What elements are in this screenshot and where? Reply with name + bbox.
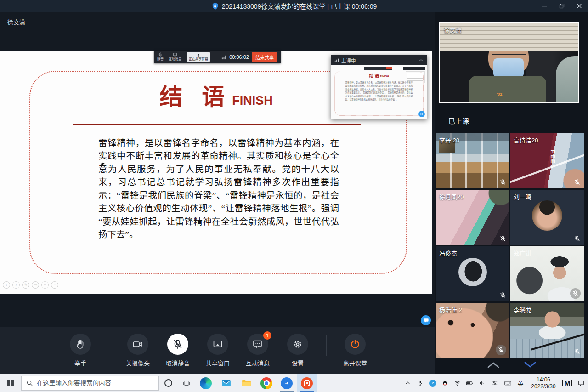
tray-mic-icon[interactable]	[414, 374, 426, 392]
presentation-stage: 徐文潇 结 语FINISH 雷锋精神，是以雷锋名字命名，以雷锋精神为基本内涵，在…	[0, 12, 435, 374]
tray-volume-muted-icon[interactable]	[476, 374, 488, 392]
participant-tile[interactable]: 冯俊杰	[436, 246, 509, 301]
participant-tile[interactable]: 郑广讲	[510, 246, 584, 301]
mic-muted-icon	[499, 292, 506, 299]
share-window-button[interactable]: 共享窗口	[203, 334, 233, 367]
toolbar-separator	[109, 335, 109, 356]
preview-status-label: 上课中	[341, 57, 356, 64]
camera-icon	[132, 339, 143, 350]
tray-blue-app-icon[interactable]	[426, 374, 439, 392]
class-status-label: 已上课	[448, 116, 469, 125]
taskbar-app-classroom[interactable]	[297, 374, 317, 392]
tray-qq-icon[interactable]	[439, 374, 451, 392]
raise-hand-button[interactable]: 举手	[65, 334, 96, 367]
zoom-out-button[interactable]: −	[51, 281, 58, 289]
tray-expand-chevron[interactable]	[401, 374, 414, 392]
tray-keyboard-icon[interactable]	[501, 374, 514, 392]
clock-time: 14:06	[526, 376, 560, 383]
messages-button[interactable]: 1 互动消息	[243, 334, 273, 367]
share-timer: 00:06:02	[229, 54, 249, 60]
slide-body-text: 雷锋精神，是以雷锋名字命名，以雷锋精神为基本内涵，在实践中不断丰富和发展的革命精…	[98, 137, 339, 242]
participants-pager	[435, 357, 588, 373]
share-screen-icon	[212, 339, 223, 350]
start-button[interactable]	[0, 374, 21, 392]
app-window: 20214133009徐文潇发起的在线课堂 | 已上课 00:06:09 徐文潇…	[0, 0, 588, 392]
leave-class-button[interactable]: 离开课堂	[340, 334, 370, 367]
taskbar-clock[interactable]: 14:06 2022/3/30	[526, 376, 560, 390]
tray-m-app-icon[interactable]: M	[560, 379, 574, 387]
mic-muted-icon	[574, 348, 581, 355]
mic-muted-icon	[496, 345, 506, 355]
taskbar-app-messenger[interactable]	[277, 374, 297, 392]
next-slide-button[interactable]: ›	[12, 281, 20, 289]
scroll-up-chevron[interactable]	[486, 361, 500, 369]
taskbar-app-edge[interactable]	[196, 374, 216, 392]
zoom-in-button[interactable]: +	[41, 281, 49, 289]
taskbar-search-box	[21, 376, 159, 391]
screen-share-toolbar: 静音 互动消息 正在共享屏幕 00:06:02 结束共享	[154, 51, 281, 63]
chat-icon	[252, 339, 263, 350]
annotate-pen-button[interactable]: ✎	[22, 281, 29, 289]
window-title: 20214133009徐文潇发起的在线课堂 | 已上课 00:06:09	[222, 1, 377, 11]
prev-slide-button[interactable]: ‹	[3, 281, 10, 289]
slide-title-en: FINISH	[232, 94, 273, 108]
close-button[interactable]	[576, 3, 582, 9]
chat-bubble-fab[interactable]	[421, 315, 431, 325]
share-mute-button[interactable]: 静音	[157, 52, 164, 61]
tray-settings-sliders-icon[interactable]	[488, 374, 501, 392]
participant-tile[interactable]: 李丹 20	[436, 133, 509, 188]
mic-muted-icon	[574, 179, 581, 186]
participants-sidebar: 徐文潇 '01' 已上课 李丹 20 高诗洁20 FEEL 徐月凤20 刘一鸣	[435, 12, 588, 374]
power-icon	[350, 339, 361, 350]
unmute-button[interactable]: 取消静音	[163, 334, 193, 367]
slide-nav-controls: ‹ › ✎ ▭ + −	[3, 281, 58, 289]
slide-title-cn: 结 语	[159, 84, 231, 110]
teacher-video-tile[interactable]: 徐文潇 '01'	[439, 22, 579, 103]
mic-muted-icon	[499, 179, 506, 186]
restore-button[interactable]	[559, 3, 565, 9]
search-input[interactable]	[37, 380, 154, 386]
participant-tile[interactable]: 刘一鸣	[510, 190, 584, 245]
sharing-mode-indicator[interactable]: 正在共享屏幕	[187, 52, 210, 62]
participant-tile[interactable]: 李晓龙	[510, 303, 584, 358]
minimize-button[interactable]	[541, 3, 548, 9]
search-icon	[26, 380, 33, 386]
taskbar-app-explorer[interactable]	[236, 374, 256, 392]
mic-muted-icon	[574, 235, 581, 242]
signal-bars-icon	[221, 55, 226, 60]
share-message-button[interactable]: 互动消息	[169, 52, 181, 61]
end-share-button[interactable]: 结束共享	[252, 52, 277, 62]
taskbar-app-mail[interactable]	[216, 374, 236, 392]
mail-icon	[220, 377, 232, 389]
cortana-icon	[164, 379, 172, 387]
participant-tile[interactable]: 高诗洁20 FEEL	[510, 133, 584, 188]
camera-toggle-button[interactable]: 关摄像头	[123, 334, 153, 367]
ime-language-indicator[interactable]: 英	[514, 379, 526, 387]
blue-bird-app-icon	[281, 377, 293, 389]
message-count-badge: 1	[263, 331, 271, 340]
folder-icon	[241, 377, 252, 389]
hand-icon	[75, 339, 86, 350]
participant-tile[interactable]: 徐月凤20	[436, 190, 509, 245]
mic-muted-icon	[499, 235, 506, 242]
collapse-chevron-icon[interactable]	[418, 58, 424, 63]
tray-wifi-icon[interactable]	[451, 374, 464, 392]
eraser-button[interactable]: ▭	[32, 281, 39, 289]
mic-muted-icon	[172, 339, 183, 350]
signal-bars-icon	[334, 58, 339, 62]
edge-icon	[200, 377, 212, 389]
action-center-button[interactable]	[574, 374, 588, 392]
gear-icon	[292, 339, 303, 350]
preview-slide[interactable]: 结 语FINISH 雷锋精神，是以雷锋名字命名，以雷锋精神为基本内涵，在实践中不…	[331, 65, 427, 119]
settings-button[interactable]: 设置	[283, 334, 313, 367]
preview-camera-toggle[interactable]	[418, 111, 425, 117]
scroll-down-chevron[interactable]	[523, 361, 537, 369]
slide-divider-rule	[74, 124, 361, 125]
taskbar-app-chrome[interactable]	[256, 374, 277, 392]
tray-battery-icon[interactable]	[464, 374, 476, 392]
cortana-button[interactable]	[159, 374, 177, 392]
task-view-button[interactable]	[177, 374, 196, 392]
clock-date: 2022/3/30	[526, 383, 560, 390]
secure-shield-lock-icon	[211, 2, 219, 10]
participant-tile[interactable]: 杨浩佳 2	[436, 303, 509, 358]
